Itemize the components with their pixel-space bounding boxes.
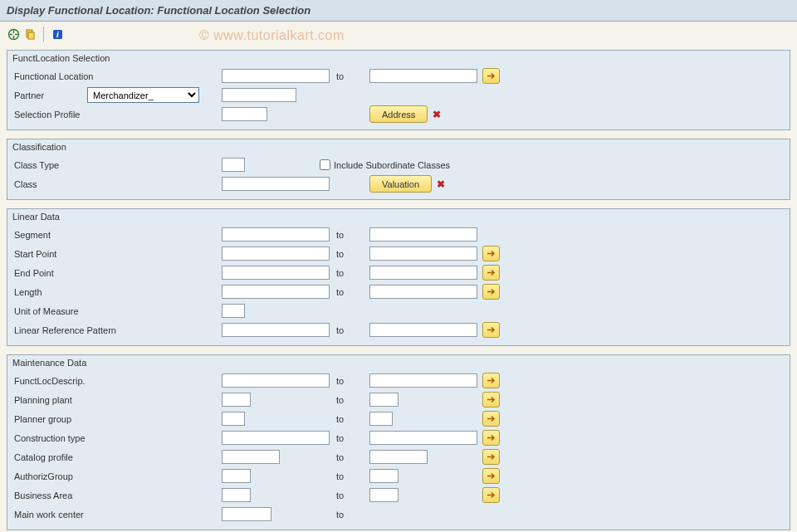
label-planner-group: Planner group bbox=[14, 414, 222, 424]
label-class-type: Class Type bbox=[14, 160, 222, 170]
label-selection-profile: Selection Profile bbox=[14, 110, 222, 120]
label-segment: Segment bbox=[14, 230, 222, 240]
multisel-planner-group[interactable] bbox=[482, 411, 500, 427]
multisel-functloc-descrip[interactable] bbox=[482, 373, 500, 388]
delete-valuation-icon[interactable]: ✖ bbox=[437, 178, 445, 190]
linear-ref-pattern-to[interactable] bbox=[369, 323, 477, 337]
partner-value[interactable] bbox=[222, 88, 296, 102]
functloc-descrip-to[interactable] bbox=[369, 373, 477, 388]
label-to: to bbox=[330, 471, 369, 481]
execute-icon[interactable] bbox=[7, 27, 20, 41]
multisel-end-point[interactable] bbox=[482, 265, 500, 281]
multisel-business-area[interactable] bbox=[482, 487, 500, 503]
label-to: to bbox=[330, 268, 369, 278]
segment-from[interactable] bbox=[222, 227, 330, 242]
label-start-point: Start Point bbox=[14, 249, 222, 259]
length-from[interactable] bbox=[222, 285, 330, 299]
group-classification: Classification Class Type Include Subord… bbox=[7, 139, 790, 200]
toolbar-separator bbox=[43, 27, 44, 41]
multisel-planning-plant[interactable] bbox=[482, 392, 500, 408]
group-title: Linear Data bbox=[7, 209, 790, 222]
group-title: Classification bbox=[7, 139, 790, 153]
info-icon[interactable]: i bbox=[51, 27, 64, 41]
group-maintenance-data: Maintenance Data FunctLocDescrip. to Pla… bbox=[7, 354, 790, 530]
linear-ref-pattern-from[interactable] bbox=[222, 323, 330, 337]
label-length: Length bbox=[14, 287, 222, 297]
end-point-to[interactable] bbox=[369, 266, 477, 280]
multisel-length[interactable] bbox=[482, 284, 500, 300]
valuation-button[interactable]: Valuation bbox=[369, 175, 432, 193]
address-button-label: Address bbox=[382, 110, 415, 120]
multisel-authoriz-group[interactable] bbox=[482, 468, 500, 484]
construction-type-to[interactable] bbox=[369, 431, 477, 445]
end-point-from[interactable] bbox=[222, 266, 330, 280]
group-linear-data: Linear Data Segment to Start Point to En… bbox=[7, 208, 790, 346]
length-to[interactable] bbox=[369, 285, 477, 299]
svg-text:i: i bbox=[56, 30, 59, 39]
label-main-work-center: Main work center bbox=[14, 510, 222, 520]
construction-type-from[interactable] bbox=[222, 431, 330, 445]
class-type-input[interactable] bbox=[222, 158, 245, 172]
svg-rect-2 bbox=[28, 32, 34, 39]
label-linear-ref-pattern: Linear Reference Pattern bbox=[14, 325, 222, 335]
address-button[interactable]: Address bbox=[369, 105, 428, 123]
label-end-point: End Point bbox=[14, 268, 222, 278]
functloc-descrip-from[interactable] bbox=[222, 373, 330, 388]
main-work-center-from[interactable] bbox=[222, 507, 271, 521]
functional-location-to[interactable] bbox=[369, 69, 477, 83]
app-toolbar: i bbox=[0, 22, 797, 46]
label-to: to bbox=[330, 287, 369, 297]
business-area-from[interactable] bbox=[222, 488, 251, 502]
partner-select[interactable]: Merchandizer_ bbox=[87, 87, 199, 103]
label-class: Class bbox=[14, 179, 222, 189]
segment-to[interactable] bbox=[369, 227, 477, 242]
label-catalog-profile: Catalog profile bbox=[14, 452, 222, 462]
label-unit-of-measure: Unit of Measure bbox=[14, 306, 222, 316]
business-area-to[interactable] bbox=[369, 488, 398, 502]
multisel-functional-location[interactable] bbox=[482, 68, 500, 84]
planner-group-from[interactable] bbox=[222, 412, 245, 426]
multisel-linear-ref-pattern[interactable] bbox=[482, 322, 500, 338]
planner-group-to[interactable] bbox=[369, 412, 393, 426]
label-business-area: Business Area bbox=[14, 491, 222, 500]
label-to: to bbox=[330, 491, 369, 500]
class-input[interactable] bbox=[222, 177, 330, 191]
label-to: to bbox=[330, 230, 369, 240]
label-to: to bbox=[330, 510, 369, 520]
label-to: to bbox=[330, 325, 369, 335]
group-title: FunctLocation Selection bbox=[7, 51, 790, 64]
label-functional-location: Functional Location bbox=[14, 71, 222, 81]
label-to: to bbox=[330, 452, 369, 462]
valuation-button-label: Valuation bbox=[382, 179, 419, 189]
label-to: to bbox=[330, 71, 369, 81]
authoriz-group-from[interactable] bbox=[222, 469, 251, 483]
label-functloc-descrip: FunctLocDescrip. bbox=[14, 376, 222, 386]
label-to: to bbox=[330, 395, 369, 405]
catalog-profile-to[interactable] bbox=[369, 450, 428, 464]
label-partner: Partner bbox=[14, 90, 87, 100]
checkbox-label: Include Subordinate Classes bbox=[334, 160, 450, 170]
label-to: to bbox=[330, 376, 369, 386]
label-planning-plant: Planning plant bbox=[14, 395, 222, 405]
selection-profile-input[interactable] bbox=[222, 107, 267, 121]
label-to: to bbox=[330, 433, 369, 443]
delete-address-icon[interactable]: ✖ bbox=[433, 109, 441, 120]
multisel-construction-type[interactable] bbox=[482, 430, 500, 446]
catalog-profile-from[interactable] bbox=[222, 450, 280, 464]
page-title: Display Functional Location: Functional … bbox=[0, 0, 797, 22]
authoriz-group-to[interactable] bbox=[369, 469, 398, 483]
start-point-to[interactable] bbox=[369, 246, 477, 261]
multisel-catalog-profile[interactable] bbox=[482, 449, 500, 465]
multisel-start-point[interactable] bbox=[482, 246, 500, 261]
planning-plant-from[interactable] bbox=[222, 393, 251, 407]
label-to: to bbox=[330, 414, 369, 424]
unit-of-measure-input[interactable] bbox=[222, 304, 245, 318]
variant-icon[interactable] bbox=[23, 27, 37, 41]
label-authoriz-group: AuthorizGroup bbox=[14, 471, 222, 481]
start-point-from[interactable] bbox=[222, 246, 330, 261]
include-subordinate-checkbox[interactable] bbox=[320, 159, 330, 170]
planning-plant-to[interactable] bbox=[369, 393, 398, 407]
functional-location-from[interactable] bbox=[222, 69, 330, 83]
group-functloc-selection: FunctLocation Selection Functional Locat… bbox=[7, 50, 790, 130]
group-title: Maintenance Data bbox=[7, 355, 790, 368]
